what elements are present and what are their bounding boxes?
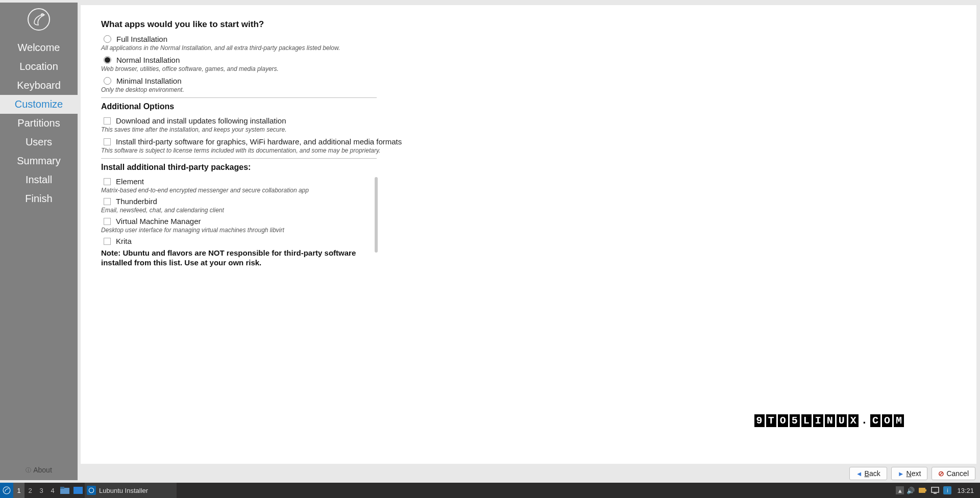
content-panel: What apps would you like to start with? … (81, 5, 976, 464)
clock[interactable]: 13:21 (954, 487, 977, 494)
heading-third-party: Install additional third-party packages: (101, 163, 956, 172)
checkbox-element[interactable]: Element (104, 177, 377, 186)
sidebar-step-welcome[interactable]: Welcome (0, 38, 78, 57)
svg-rect-5 (74, 487, 83, 494)
checkbox-label: Krita (116, 237, 132, 245)
cancel-label: Cancel (946, 469, 969, 478)
svg-rect-8 (925, 489, 926, 491)
desc-minimal: Only the desktop environment. (101, 86, 956, 93)
about-label: About (33, 466, 52, 474)
window-title: Lubuntu Installer (99, 487, 148, 494)
checkbox-label: Install third-party software for graphic… (116, 137, 402, 146)
heading-additional: Additional Options (101, 102, 956, 111)
back-button[interactable]: ◄ Back (849, 467, 887, 480)
radio-full-installation[interactable]: Full Installation (104, 35, 956, 43)
workspace-switcher[interactable]: 1 2 3 4 (13, 483, 58, 498)
sidebar-step-customize[interactable]: Customize (0, 95, 78, 114)
workspace-3[interactable]: 3 (36, 483, 47, 498)
checkbox-icon (104, 238, 111, 245)
info-icon: ⓘ (26, 466, 31, 474)
divider (101, 97, 377, 98)
watermark-9to5linux: 9TO5LINUX.COM (754, 414, 904, 427)
note-disclaimer: Note: Ubuntu and flavors are NOT respons… (101, 248, 382, 268)
radio-minimal-installation[interactable]: Minimal Installation (104, 77, 956, 85)
package-list: Element Matrix-based end-to-end encrypte… (101, 177, 377, 245)
next-button[interactable]: ► Next (891, 467, 928, 480)
radio-normal-installation[interactable]: Normal Installation (104, 56, 956, 64)
radio-icon (104, 77, 111, 85)
arrow-left-icon: ◄ (856, 470, 863, 478)
checkbox-thunderbird[interactable]: Thunderbird (104, 197, 377, 206)
cancel-icon: ⊘ (938, 469, 944, 478)
radio-label: Full Installation (116, 35, 167, 43)
desc-updates: This saves time after the installation, … (101, 126, 956, 133)
display-icon[interactable] (929, 483, 941, 498)
checkbox-label: Download and install updates following i… (116, 116, 286, 125)
next-label: Next (906, 469, 921, 478)
svg-point-6 (89, 488, 93, 492)
svg-rect-4 (60, 487, 64, 489)
cancel-button[interactable]: ⊘ Cancel (932, 467, 975, 480)
updates-icon[interactable]: i (942, 483, 953, 498)
sidebar: Welcome Location Keyboard Customize Part… (0, 3, 78, 480)
sidebar-step-keyboard[interactable]: Keyboard (0, 76, 78, 95)
show-desktop-button[interactable] (71, 483, 85, 498)
checkbox-icon (104, 178, 111, 185)
taskbar-tray: ▴ 🔊 i 13:21 (896, 483, 980, 498)
taskbar-left: 1 2 3 4 Lubuntu Installer (0, 483, 177, 498)
volume-icon[interactable]: 🔊 (905, 483, 916, 498)
sidebar-step-location[interactable]: Location (0, 57, 78, 76)
sidebar-step-install[interactable]: Install (0, 170, 78, 189)
sidebar-step-finish[interactable]: Finish (0, 189, 78, 208)
desc-element: Matrix-based end-to-end encrypted messen… (101, 187, 377, 194)
sidebar-steps: Welcome Location Keyboard Customize Part… (0, 38, 78, 208)
back-label: Back (865, 469, 880, 478)
file-manager-launcher[interactable] (58, 483, 71, 498)
svg-point-2 (3, 487, 10, 494)
tray-expand-icon[interactable]: ▴ (896, 486, 904, 494)
arrow-right-icon: ► (898, 470, 904, 478)
checkbox-virt-manager[interactable]: Virtual Machine Manager (104, 217, 377, 226)
sidebar-step-users[interactable]: Users (0, 133, 78, 152)
checkbox-third-party-drivers[interactable]: Install third-party software for graphic… (104, 137, 956, 146)
checkbox-label: Element (116, 177, 144, 186)
workspace-1[interactable]: 1 (13, 483, 24, 498)
workspace-4[interactable]: 4 (47, 483, 58, 498)
button-row: ◄ Back ► Next ⊘ Cancel (81, 464, 977, 480)
radio-label: Minimal Installation (116, 77, 182, 85)
lubuntu-logo-icon (27, 8, 51, 33)
divider (101, 158, 377, 159)
desc-thunderbird: Email, newsfeed, chat, and calendaring c… (101, 207, 377, 214)
sidebar-step-summary[interactable]: Summary (0, 152, 78, 170)
radio-icon (104, 56, 111, 64)
desc-normal: Web browser, utilities, office software,… (101, 65, 956, 72)
workspace-2[interactable]: 2 (24, 483, 36, 498)
radio-label: Normal Installation (116, 56, 180, 64)
checkbox-label: Thunderbird (116, 197, 157, 206)
installer-inner: Welcome Location Keyboard Customize Part… (0, 3, 977, 480)
desc-drivers: This software is subject to license term… (101, 147, 956, 154)
taskbar: 1 2 3 4 Lubuntu Installer ▴ 🔊 i 13:21 (0, 483, 980, 498)
checkbox-icon (104, 138, 111, 145)
installer-window: Welcome Location Keyboard Customize Part… (0, 0, 980, 483)
taskbar-window-lubuntu-installer[interactable]: Lubuntu Installer (85, 483, 177, 498)
heading-apps: What apps would you like to start with? (101, 19, 956, 30)
battery-icon[interactable] (917, 483, 928, 498)
checkbox-krita[interactable]: Krita (104, 237, 377, 245)
checkbox-label: Virtual Machine Manager (116, 217, 201, 226)
checkbox-icon (104, 117, 111, 124)
start-menu-button[interactable] (0, 483, 13, 498)
svg-rect-7 (919, 488, 925, 493)
sidebar-step-partitions[interactable]: Partitions (0, 114, 78, 133)
scrollbar[interactable] (375, 177, 378, 253)
app-icon (87, 486, 96, 495)
radio-icon (104, 35, 111, 43)
checkbox-download-updates[interactable]: Download and install updates following i… (104, 116, 956, 125)
desc-full: All applications in the Normal Installat… (101, 44, 956, 52)
desc-virtmanager: Desktop user interface for managing virt… (101, 227, 377, 234)
checkbox-icon (104, 218, 111, 225)
about-link[interactable]: ⓘ About (0, 466, 78, 474)
content-area: What apps would you like to start with? … (78, 3, 977, 480)
svg-rect-9 (932, 487, 939, 492)
checkbox-icon (104, 198, 111, 205)
